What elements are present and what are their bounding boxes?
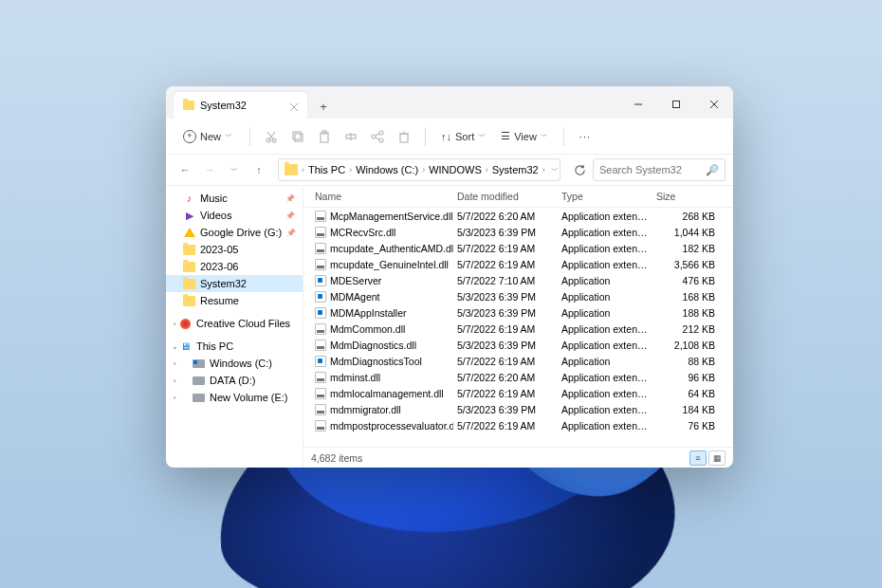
maximize-button[interactable] [657,90,695,119]
sidebar-item[interactable]: 2023-05 [166,241,303,258]
file-name: mdminst.dll [330,372,380,383]
file-row[interactable]: mdmpostprocessevaluator.dll5/7/2022 6:19… [303,417,733,433]
file-size: 96 KB [652,372,719,383]
file-row[interactable]: mdmlocalmanagement.dll5/7/2022 6:19 AMAp… [303,385,733,401]
file-name: MdmDiagnostics.dll [330,340,416,351]
cut-button[interactable] [260,125,283,148]
sidebar-item-drive[interactable]: ›Windows (C:) [166,355,303,372]
more-button[interactable]: ··· [574,131,597,142]
view-icon: ☰ [501,130,510,142]
new-button[interactable]: + New ﹀ [175,127,240,146]
column-headers: Name Date modified Type Size [303,186,733,208]
share-button[interactable] [366,125,389,148]
recent-button[interactable]: ﹀ [223,158,246,181]
window-controls [619,90,733,119]
sidebar-item-drive[interactable]: ›DATA (D:) [166,372,303,389]
sidebar-item[interactable]: Resume [166,292,303,309]
file-row[interactable]: MDMAgent5/3/2023 6:39 PMApplication168 K… [303,288,733,304]
tab-title: System32 [200,100,247,111]
close-tab-icon[interactable] [290,101,298,109]
svg-rect-10 [295,134,303,141]
new-label: New [200,131,221,142]
file-type: Application [558,356,652,367]
column-type[interactable]: Type [558,189,652,204]
file-row[interactable]: mcupdate_AuthenticAMD.dll5/7/2022 6:19 A… [303,240,733,256]
file-name: McpManagementService.dll [330,211,453,222]
breadcrumb-segment[interactable]: Windows (C:) [354,164,420,175]
navigation-pane: ♪Music▶VideosGoogle Drive (G:)2023-05202… [166,186,303,468]
sidebar-item[interactable]: Google Drive (G:) [166,224,303,241]
file-row[interactable]: MDEServer5/7/2022 7:10 AMApplication476 … [303,272,733,288]
sort-button[interactable]: ↑↓ Sort ﹀ [435,128,491,145]
file-date: 5/7/2022 6:20 AM [453,211,558,222]
breadcrumb-segment[interactable]: This PC [306,164,347,175]
file-date: 5/7/2022 6:19 AM [453,323,558,335]
tab-system32[interactable]: System32 [174,92,307,119]
chevron-right-icon: › [486,165,488,175]
copy-button[interactable] [286,125,309,148]
svg-line-20 [376,138,379,139]
search-box[interactable]: 🔍 [593,158,726,181]
file-row[interactable]: MCRecvSrc.dll5/3/2023 6:39 PMApplication… [303,224,733,240]
up-button[interactable]: ↑ [248,158,270,181]
sidebar-item-thispc[interactable]: ⌄🖥This PC [166,338,303,355]
back-button[interactable]: ← [174,158,196,181]
file-size: 64 KB [652,388,719,399]
file-row[interactable]: mcupdate_GenuineIntel.dll5/7/2022 6:19 A… [303,256,733,272]
search-input[interactable] [599,164,702,175]
column-name[interactable]: Name [311,189,453,204]
forward-button[interactable]: → [198,158,221,181]
breadcrumb[interactable]: › This PC › Windows (C:) › WINDOWS › Sys… [278,158,560,181]
sidebar-item[interactable]: ›Creative Cloud Files [166,315,303,332]
breadcrumb-segment[interactable]: System32 [490,164,541,175]
sidebar-item[interactable]: ▶Videos [166,207,303,224]
delete-button[interactable] [393,125,415,148]
file-row[interactable]: mdmmigrator.dll5/3/2023 6:39 PMApplicati… [303,401,733,417]
file-type: Application exten… [558,404,652,415]
view-button[interactable]: ☰ View ﹀ [495,127,554,145]
thumbnails-view-toggle[interactable]: ▦ [708,450,726,466]
column-date[interactable]: Date modified [453,189,558,204]
breadcrumb-segment[interactable]: WINDOWS [427,164,484,175]
file-row[interactable]: mdminst.dll5/7/2022 6:20 AMApplication e… [303,369,733,385]
file-icon [315,275,326,286]
chevron-down-icon[interactable]: ﹀ [547,165,560,175]
file-type: Application [558,275,652,286]
minimize-button[interactable] [619,90,657,119]
chevron-down-icon: ﹀ [225,131,232,141]
file-name: MDMAgent [330,291,380,303]
sidebar-item[interactable]: ♪Music [166,190,303,207]
sidebar-item-label: Music [200,193,228,204]
file-row[interactable]: MDMAppInstaller5/3/2023 6:39 PMApplicati… [303,304,733,321]
svg-rect-3 [673,101,680,108]
file-name: mcupdate_AuthenticAMD.dll [330,243,453,254]
sidebar-item-label: 2023-06 [200,261,238,272]
details-view-toggle[interactable]: ≡ [689,450,707,466]
file-size: 76 KB [652,420,719,432]
column-size[interactable]: Size [652,189,719,204]
file-row[interactable]: MdmCommon.dll5/7/2022 6:19 AMApplication… [303,321,733,337]
close-button[interactable] [695,90,733,119]
file-icon [315,211,326,222]
file-name: mcupdate_GenuineIntel.dll [330,259,449,270]
sidebar-item[interactable]: 2023-06 [166,258,303,275]
file-row[interactable]: McpManagementService.dll5/7/2022 6:20 AM… [303,208,733,224]
file-row[interactable]: MdmDiagnosticsTool5/7/2022 6:19 AMApplic… [303,353,733,369]
file-name: MdmCommon.dll [330,323,405,335]
new-tab-button[interactable]: + [311,94,336,119]
file-row[interactable]: MdmDiagnostics.dll5/3/2023 6:39 PMApplic… [303,337,733,353]
sidebar-item-drive[interactable]: ›New Volume (E:) [166,389,303,406]
sidebar-item-label: Resume [200,295,239,306]
sidebar-item-label: Creative Cloud Files [196,318,290,329]
file-size: 168 KB [652,291,719,303]
refresh-button[interactable] [568,158,591,181]
sidebar-item[interactable]: System32 [166,275,303,292]
paste-button[interactable] [313,125,336,148]
file-date: 5/7/2022 6:19 AM [453,420,558,432]
file-type: Application exten… [558,388,652,399]
sort-label: Sort [455,131,474,142]
file-name: mdmpostprocessevaluator.dll [330,420,453,432]
rename-button[interactable] [340,125,362,148]
file-date: 5/3/2023 6:39 PM [453,291,558,303]
file-icon [315,356,326,367]
